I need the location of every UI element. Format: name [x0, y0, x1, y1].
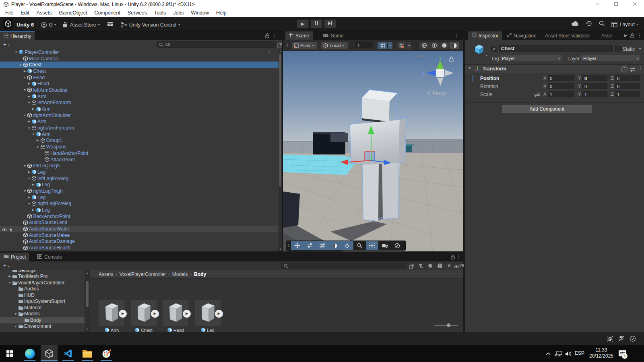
hierarchy-item-Group1[interactable]: ▶Group1: [0, 138, 279, 144]
overlay-drag-handle[interactable]: ‖: [286, 243, 291, 248]
hierarchy-item-Leg[interactable]: ▶Leg: [0, 181, 279, 188]
minimize-button[interactable]: [588, 0, 607, 9]
tab-console[interactable]: Console: [34, 253, 66, 261]
inspector-lock-icon[interactable]: [630, 33, 634, 39]
presets-icon[interactable]: [630, 66, 635, 74]
rotation-z-field[interactable]: 0: [615, 83, 640, 89]
scale-y-field[interactable]: 1: [582, 91, 607, 97]
language-indicator[interactable]: ESP: [575, 350, 584, 356]
tab-truncated[interactable]: Asse: [598, 31, 616, 40]
history-icon[interactable]: [586, 20, 592, 29]
tray-expand-icon[interactable]: [543, 348, 554, 359]
menu-edit[interactable]: Edit: [17, 10, 33, 16]
hierarchy-item-AudioSourceLand[interactable]: AudioSourceLand: [0, 220, 279, 226]
tab-asset-store-validator[interactable]: Asset Store Validator: [541, 31, 594, 40]
foldout-open-icon[interactable]: ▼: [22, 88, 27, 91]
tab-hierarchy[interactable]: Hierarchy: [0, 31, 35, 40]
hierarchy-item-Main-Camera[interactable]: Main Camera: [0, 56, 279, 62]
hierarchy-item-rightLegThigh[interactable]: ▼rightLegThigh: [0, 188, 279, 194]
filter-by-label-icon[interactable]: [427, 263, 433, 270]
favorites-star-icon[interactable]: ★: [447, 262, 452, 268]
foldout-closed-icon[interactable]: ▶: [31, 208, 36, 212]
hierarchy-item-leftArmForearm[interactable]: ▼leftArmForearm: [0, 100, 279, 106]
hierarchy-scrollbar[interactable]: ▲ ▼: [279, 49, 282, 251]
hierarchy-item-leftLegThigh[interactable]: ▼leftLegThigh: [0, 162, 279, 169]
menu-services[interactable]: Services: [124, 10, 151, 16]
tab-scroll-right-icon[interactable]: ▶: [624, 33, 627, 37]
slider-thumb[interactable]: [447, 323, 450, 327]
start-button[interactable]: [4, 348, 15, 359]
transform-settings-button[interactable]: [303, 241, 316, 250]
foldout-open-icon[interactable]: ▼: [22, 114, 27, 117]
foldout-open-icon[interactable]: ▼: [27, 101, 31, 104]
hierarchy-item-Weapons[interactable]: ▼Weapons: [0, 144, 279, 150]
hierarchy-item-Chest[interactable]: ▼Chest: [0, 62, 279, 68]
scene-effects-toggle[interactable]: [439, 41, 449, 49]
project-search-input[interactable]: [281, 263, 407, 269]
foldout-open-icon[interactable]: ▼: [22, 76, 27, 79]
foldout-closed-icon[interactable]: ▶: [31, 107, 36, 111]
orientation-overlay-button[interactable]: [328, 241, 341, 250]
visible-count-eye-icon[interactable]: [453, 263, 459, 271]
clock[interactable]: 11:33 20/12/2025: [587, 347, 616, 359]
transform-menu-icon[interactable]: ⋮: [638, 66, 643, 71]
tag-dropdown[interactable]: Player▾: [499, 55, 562, 62]
help-icon[interactable]: ?: [621, 66, 627, 72]
file-explorer-icon[interactable]: [82, 348, 93, 359]
foldout-open-icon[interactable]: ▼: [14, 51, 19, 53]
hierarchy-item-leftArmShoulder[interactable]: ▼leftArmShoulder: [0, 87, 279, 93]
hierarchy-item-Leg[interactable]: ▶Leg: [0, 194, 279, 201]
hierarchy-item-Head[interactable]: ▼Head: [0, 74, 279, 81]
asset-play-button[interactable]: ▶: [151, 310, 159, 318]
foldout-closed-icon[interactable]: ▶: [27, 171, 31, 174]
add-component-button[interactable]: Add Component: [502, 105, 592, 113]
open-in-window-icon[interactable]: [277, 42, 282, 49]
hierarchy-item-PlayerController[interactable]: ▼PlayerController›: [0, 49, 279, 56]
project-add-button[interactable]: + ▾: [3, 262, 10, 269]
search-overlay-button[interactable]: [353, 241, 366, 250]
foldout-open-icon[interactable]: ▼: [22, 189, 27, 192]
version-control-button[interactable]: Unity Version Control▾: [121, 22, 180, 28]
layer-dropdown[interactable]: Player▾: [580, 55, 641, 62]
edge-browser-icon[interactable]: [24, 348, 35, 359]
foldout-closed-icon[interactable]: ▶: [35, 139, 40, 142]
hierarchy-item-leftLegForeleg[interactable]: ▼leftLegForeleg: [0, 175, 279, 182]
tab-inspector[interactable]: Inspector: [468, 31, 502, 40]
hierarchy-item-Arm[interactable]: ▶Arm: [0, 93, 279, 100]
open-in-search-icon[interactable]: [409, 263, 414, 271]
hierarchy-item-rightLegForeleg[interactable]: ▼rightLegForeleg: [0, 201, 279, 207]
tab-navigation[interactable]: Navigation: [504, 31, 540, 40]
snap-settings-button[interactable]: [396, 41, 407, 49]
camera-overlay-button[interactable]: [378, 241, 391, 250]
snap-settings-dropdown[interactable]: ▾: [407, 41, 412, 49]
hierarchy-item-AttackPoint[interactable]: AttackPoint: [0, 156, 279, 163]
position-y-field[interactable]: 0: [582, 75, 607, 81]
scene-menu-icon[interactable]: ⋮: [454, 33, 459, 38]
menu-help[interactable]: Help: [213, 10, 230, 16]
asset-play-button[interactable]: ▶: [119, 310, 127, 318]
progress-check-icon[interactable]: [630, 335, 636, 343]
hierarchy-item-Chest[interactable]: ▶Chest: [0, 68, 279, 74]
asset-Arm[interactable]: ▶Arm: [99, 300, 124, 335]
hierarchy-item-AudioSourceMelee[interactable]: AudioSourceMelee: [0, 232, 279, 239]
foldout-closed-icon[interactable]: ▶: [27, 120, 31, 123]
center-tool-button[interactable]: [366, 241, 378, 250]
filter-by-type-icon[interactable]: [418, 263, 423, 270]
foldout-open-icon[interactable]: ▼: [31, 133, 36, 136]
foldout-open-icon[interactable]: ▼: [468, 66, 471, 70]
particles-overlay-button[interactable]: [341, 241, 353, 250]
paint-icon[interactable]: [101, 348, 112, 359]
move-tool-button[interactable]: [291, 241, 303, 250]
create-add-button[interactable]: + ▾: [3, 41, 10, 47]
static-checkbox[interactable]: [615, 46, 621, 51]
hierarchy-item-BackAnchorPoint[interactable]: BackAnchorPoint: [0, 213, 279, 220]
hierarchy-item-AudioSourceHealth[interactable]: AudioSourceHealth: [0, 245, 279, 251]
menu-jobs[interactable]: Jobs: [169, 10, 187, 16]
play-button[interactable]: ▶: [297, 19, 309, 28]
link-scale-icon[interactable]: [534, 92, 540, 99]
foldout-open-icon[interactable]: ▼: [27, 177, 31, 180]
hierarchy-item-Arm[interactable]: ▶Arm: [0, 106, 279, 112]
position-x-field[interactable]: 0: [548, 75, 574, 81]
lock-icon[interactable]: [265, 33, 269, 39]
scene-visibility-toggle[interactable]: [449, 41, 459, 49]
